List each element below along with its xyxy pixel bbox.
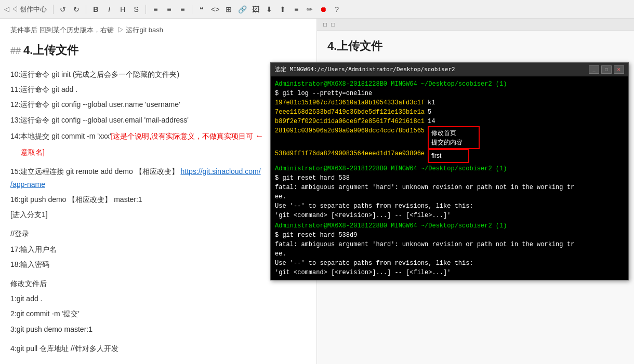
- left-link-15[interactable]: https://git.sinacloud.com//app-name: [10, 167, 261, 188]
- left-item-15: 15:建立远程连接 git remote add demo 【相应改变】 htt…: [10, 165, 306, 191]
- left-heading: ## 4.上传文件: [10, 40, 306, 61]
- align-button[interactable]: ≡: [291, 4, 301, 15]
- spacer-1: [10, 338, 306, 342]
- toolbar-divider-3: [146, 5, 146, 14]
- link-button[interactable]: 🔗: [237, 4, 247, 15]
- right-heading: 4.上传文件: [327, 36, 624, 57]
- terminal-hash-row-2: 7eee1168d2633bd7419c36bde5df121e135b1e1a…: [275, 107, 624, 117]
- terminal-first-box: first: [428, 149, 469, 163]
- left-item-16: 16:git push demo 【相应改变】 master:1: [10, 193, 306, 206]
- right-strip-icon-2[interactable]: □: [331, 21, 335, 28]
- red-arrow-icon: ←: [255, 131, 263, 140]
- terminal-hash-2: 7eee1168d2633bd7419c36bde5df121e135b1e1a: [275, 107, 425, 117]
- toolbar: ◁ ◁ 创作中心 ↺ ↻ B I H S ≡ ≡ ≡ ❝ <> ⊞ 🔗 🖼 ⬇ …: [0, 0, 634, 19]
- terminal-cmd-text: $ git log --pretty=oneline: [275, 90, 372, 97]
- terminal-hash-4: 281091c039506a2d90a0a9060dcc4cdc78bd1565: [275, 126, 425, 136]
- terminal-error-1: fatal: ambiguous argument 'hard': unknow…: [275, 183, 624, 220]
- download-button[interactable]: ⬇: [264, 4, 274, 15]
- right-strip-icon-1[interactable]: □: [323, 21, 327, 28]
- left-modify-heading: 修改文件后: [10, 277, 306, 290]
- terminal-prompt-3: Administrator@MX6X8-20181228B0 MINGW64 ~…: [275, 221, 624, 231]
- terminal-window: 选定 MINGW64:/c/Users/Administrator/Deskto…: [270, 62, 629, 280]
- terminal-controls: _ □ ✕: [589, 65, 624, 74]
- back-icon: ◁: [4, 5, 9, 13]
- terminal-annotation-redbox: 修改首页 提交的内容: [428, 126, 480, 149]
- edit-button[interactable]: ✏: [305, 4, 315, 15]
- indent-button[interactable]: ≡: [177, 4, 188, 15]
- left-top-text: 某件事后 回到某个历史版本，右键 ▷ 运行git bash: [10, 24, 306, 36]
- undo-button[interactable]: ↺: [58, 4, 68, 15]
- terminal-annot-first: first: [431, 152, 441, 159]
- terminal-hash-label-2: 5: [428, 107, 431, 117]
- terminal-reset1-text: $ git reset hard 538: [275, 174, 350, 182]
- left-item-17: 17:输入用户名: [10, 243, 306, 256]
- terminal-prompt-text-1: Administrator@MX6X8-20181228B0 MINGW64 ~…: [275, 80, 507, 88]
- left-item-14b: 意取名]: [10, 146, 306, 159]
- terminal-cmd-reset1: $ git reset hard 538: [275, 173, 624, 183]
- upload-button[interactable]: ⬆: [278, 4, 288, 15]
- back-label: ◁ 创作中心: [11, 5, 47, 14]
- italic-button[interactable]: I: [104, 4, 114, 15]
- toolbar-divider-2: [86, 5, 86, 14]
- back-button[interactable]: ◁ ◁ 创作中心: [4, 5, 47, 14]
- record-icon[interactable]: ⏺: [318, 4, 328, 15]
- left-item-13: 13:运行命令 git config --global user.email '…: [10, 114, 306, 127]
- terminal-prompt-text-3: Administrator@MX6X8-20181228B0 MINGW64 ~…: [275, 222, 507, 230]
- terminal-hash-row-4: 281091c039506a2d90a0a9060dcc4cdc78bd1565…: [275, 126, 624, 149]
- terminal-title-text: 选定 MINGW64:/c/Users/Administrator/Deskto…: [275, 65, 455, 73]
- right-top-strip: □ □: [317, 19, 634, 31]
- terminal-hash-5: 538d9ff1f76da82490083564eeed1d17ae93806e: [275, 149, 425, 158]
- terminal-hash-row-1: 197e81c151967c7d13610a1a0b1054333afd3c1f…: [275, 98, 624, 107]
- terminal-prompt-2: Administrator@MX6X8-20181228B0 MINGW64 ~…: [275, 164, 624, 173]
- image-button[interactable]: 🖼: [250, 4, 261, 15]
- terminal-partial-line: 半:: [275, 279, 624, 280]
- left-modify-2: 2:git commit -m '提交': [10, 307, 306, 320]
- terminal-maximize-button[interactable]: □: [601, 65, 612, 74]
- left-item-14: 14:本地提交 git commit -m 'xxx'[这是个说明,没有实际意义…: [10, 129, 306, 144]
- left-item-11: 11:运行命令 git add .: [10, 83, 306, 96]
- terminal-prompt-1: Administrator@MX6X8-20181228B0 MINGW64 ~…: [275, 79, 624, 89]
- terminal-cmd-reset2: $ git reset hard 538d9: [275, 231, 624, 240]
- left-item-branch: [进入分支1]: [10, 208, 306, 221]
- terminal-error-2: fatal: ambiguous argument 'hard': unknow…: [275, 240, 624, 277]
- terminal-hash-1: 197e81c151967c7d13610a1a0b1054333afd3c1f: [275, 98, 425, 107]
- left-item-18: 18:输入密码: [10, 258, 306, 271]
- left-modify-3: 3:git push demo master:1: [10, 323, 306, 336]
- terminal-error-2-text: fatal: ambiguous argument 'hard': unknow…: [275, 241, 574, 248]
- terminal-reset2-text: $ git reset hard 538d9: [275, 232, 357, 239]
- toolbar-divider-4: [192, 5, 192, 14]
- redo-button[interactable]: ↻: [71, 4, 82, 15]
- terminal-error-1-text: fatal: ambiguous argument 'hard': unknow…: [275, 184, 574, 191]
- left-modify-4: 4:git pull 仓库地址 //针对多人开发: [10, 342, 306, 355]
- ul-button[interactable]: ≡: [150, 4, 161, 15]
- terminal-annot-line1: 修改首页: [431, 128, 476, 138]
- heading-button[interactable]: H: [117, 4, 128, 15]
- terminal-minimize-button[interactable]: _: [589, 65, 599, 74]
- terminal-annot-line2: 提交的内容: [431, 138, 476, 147]
- toolbar-divider-1: [53, 5, 54, 14]
- terminal-body[interactable]: Administrator@MX6X8-20181228B0 MINGW64 ~…: [271, 76, 628, 280]
- table-button[interactable]: ⊞: [223, 4, 234, 15]
- ol-button[interactable]: ≡: [164, 4, 174, 15]
- quote-button[interactable]: ❝: [196, 4, 207, 15]
- terminal-hash-3: b89f2e7f029c1d1da06ce6f2e85617f4621618c1: [275, 117, 425, 126]
- code-button[interactable]: <>: [210, 4, 220, 15]
- left-modify-1: 1:git add .: [10, 292, 306, 305]
- terminal-hash-row-3: b89f2e7f029c1d1da06ce6f2e85617f4621618c1…: [275, 117, 624, 126]
- strikethrough-button[interactable]: S: [131, 4, 141, 15]
- terminal-hash-label-3: 14: [428, 117, 435, 126]
- terminal-close-button[interactable]: ✕: [614, 65, 624, 74]
- terminal-titlebar: 选定 MINGW64:/c/Users/Administrator/Deskto…: [271, 63, 628, 76]
- terminal-hash-label-1: k1: [428, 98, 435, 107]
- terminal-cmd-gitlog: $ git log --pretty=oneline: [275, 89, 624, 98]
- bold-button[interactable]: B: [90, 4, 101, 15]
- left-login-comment: //登录: [10, 227, 306, 240]
- help-button[interactable]: ?: [332, 4, 342, 15]
- terminal-hash-row-5: 538d9ff1f76da82490083564eeed1d17ae93806e…: [275, 149, 624, 163]
- left-item-10: 10:运行命令 git init (完成之后会多一个隐藏的文件夹): [10, 68, 306, 81]
- left-item-12: 12:运行命令 git config --global user.name 'u…: [10, 98, 306, 111]
- left-panel: 某件事后 回到某个历史版本，右键 ▷ 运行git bash ## 4.上传文件 …: [0, 19, 317, 364]
- terminal-prompt-text-2: Administrator@MX6X8-20181228B0 MINGW64 ~…: [275, 165, 507, 172]
